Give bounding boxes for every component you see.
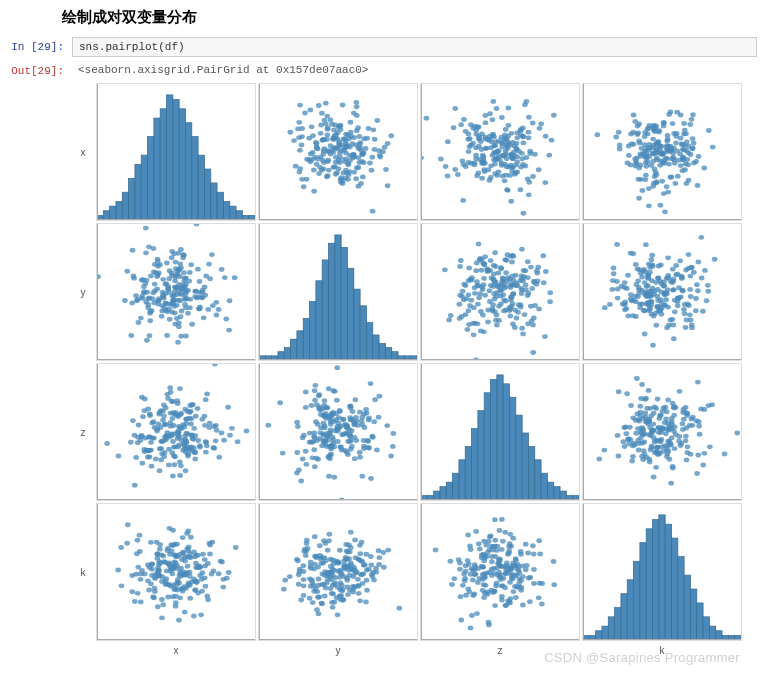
- svg-point-226: [506, 106, 512, 111]
- svg-point-643: [201, 315, 207, 320]
- svg-point-1095: [693, 308, 699, 313]
- svg-point-2272: [321, 538, 327, 543]
- svg-point-1649: [314, 456, 320, 461]
- svg-point-2239: [370, 570, 376, 575]
- svg-point-1854: [665, 397, 671, 402]
- svg-point-1373: [130, 418, 136, 423]
- svg-point-2179: [362, 563, 368, 568]
- svg-point-2051: [181, 584, 187, 589]
- svg-point-1832: [696, 424, 702, 429]
- svg-point-178: [336, 166, 342, 171]
- svg-point-2101: [281, 587, 287, 592]
- svg-point-187: [311, 168, 317, 173]
- svg-point-731: [197, 279, 203, 284]
- svg-point-2241: [356, 557, 362, 562]
- svg-point-2256: [364, 578, 370, 583]
- scatter-panel: [258, 363, 418, 501]
- svg-point-2176: [315, 595, 321, 600]
- svg-point-2263: [298, 598, 304, 603]
- svg-point-1249: [610, 278, 616, 283]
- svg-point-531: [672, 161, 678, 166]
- svg-point-612: [629, 142, 635, 147]
- svg-point-1516: [295, 424, 301, 429]
- code-input[interactable]: sns.pairplot(df): [72, 37, 757, 57]
- svg-point-406: [505, 134, 511, 139]
- svg-point-540: [680, 155, 686, 160]
- svg-point-2163: [326, 532, 332, 537]
- scatter-panel: [420, 223, 580, 361]
- svg-point-289: [467, 136, 473, 141]
- svg-point-668: [195, 267, 201, 272]
- svg-point-218: [297, 103, 303, 108]
- svg-point-1106: [643, 242, 649, 247]
- svg-point-130: [353, 100, 359, 105]
- svg-point-820: [179, 285, 185, 290]
- svg-point-1119: [686, 303, 692, 308]
- svg-point-1043: [466, 292, 472, 297]
- svg-rect-3: [116, 201, 122, 220]
- svg-point-1248: [688, 318, 694, 323]
- svg-point-821: [223, 316, 229, 321]
- svg-point-948: [442, 267, 448, 272]
- svg-point-1407: [164, 430, 170, 435]
- svg-point-1194: [656, 305, 662, 310]
- svg-point-1425: [163, 436, 169, 441]
- svg-point-1330: [195, 406, 201, 411]
- svg-point-816: [149, 308, 155, 313]
- svg-point-1379: [168, 390, 174, 395]
- svg-point-1212: [695, 288, 701, 293]
- svg-point-896: [530, 322, 536, 327]
- svg-point-2074: [194, 553, 200, 558]
- svg-point-412: [514, 146, 520, 151]
- svg-point-1642: [342, 448, 348, 453]
- svg-point-1932: [203, 584, 209, 589]
- svg-point-2267: [312, 534, 318, 539]
- svg-point-1620: [339, 498, 345, 500]
- svg-point-78: [308, 108, 314, 113]
- svg-point-1340: [192, 450, 198, 455]
- histogram-panel: [258, 223, 418, 361]
- svg-point-1697: [655, 397, 661, 402]
- svg-point-1198: [666, 323, 672, 328]
- svg-point-2023: [146, 588, 152, 593]
- svg-point-1322: [140, 414, 146, 419]
- svg-point-1438: [181, 441, 187, 446]
- svg-point-2122: [310, 600, 316, 605]
- svg-point-403: [492, 143, 498, 148]
- svg-point-68: [295, 126, 301, 131]
- svg-point-251: [460, 198, 466, 203]
- svg-point-575: [685, 150, 691, 155]
- svg-point-1834: [661, 449, 667, 454]
- svg-point-65: [333, 172, 339, 177]
- svg-point-140: [337, 151, 343, 156]
- svg-point-581: [659, 179, 665, 184]
- svg-rect-2: [110, 206, 116, 220]
- svg-rect-838: [341, 247, 347, 360]
- svg-rect-849: [411, 356, 417, 360]
- svg-point-973: [515, 283, 521, 288]
- svg-point-1375: [176, 424, 182, 429]
- svg-point-419: [473, 156, 479, 161]
- svg-point-38: [371, 127, 377, 132]
- svg-point-1835: [644, 406, 650, 411]
- y-axis-label: x: [72, 83, 94, 221]
- svg-point-909: [473, 358, 479, 360]
- svg-point-2451: [537, 581, 543, 586]
- svg-point-491: [678, 163, 684, 168]
- svg-point-365: [527, 149, 533, 154]
- svg-point-1838: [628, 403, 634, 408]
- svg-point-1502: [312, 388, 318, 393]
- svg-rect-13: [179, 109, 185, 220]
- svg-point-592: [680, 147, 686, 152]
- svg-point-1873: [664, 409, 670, 414]
- svg-point-2425: [480, 577, 486, 582]
- svg-point-1840: [694, 471, 700, 476]
- svg-point-1726: [698, 406, 704, 411]
- y-axis-label: k: [72, 503, 94, 641]
- svg-point-504: [687, 122, 693, 127]
- svg-point-1913: [159, 615, 165, 620]
- svg-point-2240: [319, 561, 325, 566]
- svg-point-1852: [633, 418, 639, 423]
- svg-point-2471: [493, 584, 499, 589]
- svg-point-2462: [507, 580, 513, 585]
